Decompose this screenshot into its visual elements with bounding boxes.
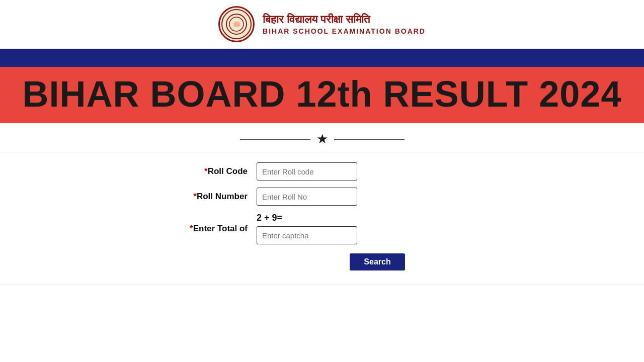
search-button[interactable]: Search [350, 253, 405, 270]
captcha-label: *Enter Total of [146, 224, 257, 234]
roll-number-required-star: * [193, 192, 197, 201]
roll-code-row: *Roll Code [146, 162, 498, 180]
divider-section: ★ [0, 123, 644, 152]
header-english-text: BIHAR SCHOOL EXAMINATION BOARD [263, 27, 426, 35]
captcha-input[interactable] [257, 226, 357, 244]
roll-code-label: *Roll Code [146, 166, 257, 176]
header: 🪷 बिहार विद्यालय परीक्षा समिति BIHAR SCH… [0, 0, 644, 49]
captcha-group: 2 + 9= [257, 213, 357, 244]
banner-title: BIHAR BOARD 12th RESULT 2024 [23, 74, 622, 114]
form-container: *Roll Code *Roll Number *Enter Total of … [0, 162, 644, 270]
star-icon: ★ [316, 131, 328, 147]
roll-code-input[interactable] [257, 162, 357, 180]
logo-svg: 🪷 [225, 13, 248, 35]
form-section: *Roll Code *Roll Number *Enter Total of … [0, 152, 644, 285]
logo: 🪷 [218, 6, 255, 42]
roll-number-label: *Roll Number [146, 192, 257, 202]
logo-inner: 🪷 [221, 9, 252, 39]
roll-number-input[interactable] [257, 188, 357, 206]
header-hindi-text: बिहार विद्यालय परीक्षा समिति [263, 13, 426, 26]
svg-text:🪷: 🪷 [232, 20, 242, 29]
captcha-required-star: * [190, 224, 193, 233]
red-banner: BIHAR BOARD 12th RESULT 2024 [0, 67, 644, 123]
header-text: बिहार विद्यालय परीक्षा समिति BIHAR SCHOO… [263, 13, 426, 35]
captcha-row: *Enter Total of 2 + 9= [146, 213, 498, 244]
divider-left [240, 139, 310, 140]
roll-code-required-star: * [204, 166, 208, 176]
roll-number-row: *Roll Number [146, 188, 498, 206]
divider-right [334, 139, 405, 140]
blue-bar [0, 49, 644, 67]
captcha-equation: 2 + 9= [257, 213, 357, 223]
